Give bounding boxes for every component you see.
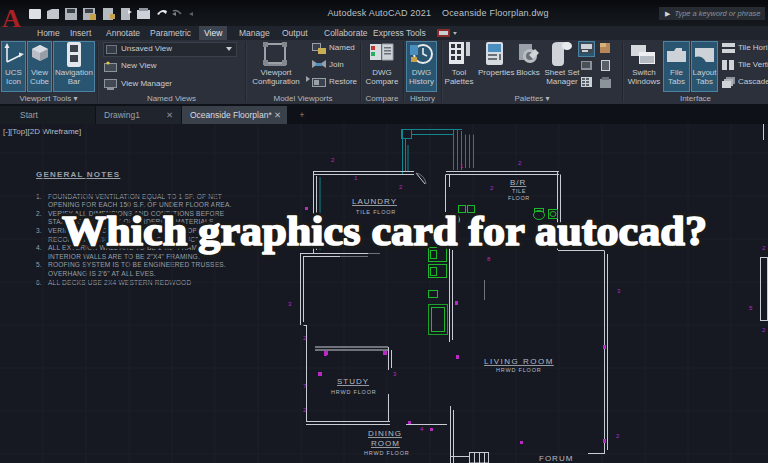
svg-text:2: 2 [518, 160, 522, 166]
svg-text:2: 2 [331, 157, 335, 163]
svg-text:DINING: DINING [368, 429, 402, 438]
svg-text:1: 1 [460, 163, 464, 169]
svg-text:HRWD FLOOR: HRWD FLOOR [364, 450, 409, 456]
svg-text:3: 3 [617, 288, 621, 294]
svg-text:2: 2 [490, 185, 494, 191]
svg-text:3: 3 [288, 301, 292, 307]
svg-text:HRWD FLOOR: HRWD FLOOR [331, 389, 376, 395]
svg-text:FORUM: FORUM [539, 454, 573, 463]
svg-text:Which graphics card for autoca: Which graphics card for autocad? [62, 208, 707, 254]
svg-text:LIVING ROOM: LIVING ROOM [484, 357, 554, 366]
svg-text:2: 2 [616, 433, 620, 439]
svg-text:2: 2 [399, 184, 403, 190]
svg-text:4: 4 [420, 426, 424, 432]
svg-text:2: 2 [762, 327, 766, 333]
svg-text:ROOM: ROOM [371, 439, 400, 448]
svg-text:HRWD FLOOR: HRWD FLOOR [496, 367, 541, 373]
svg-text:TILE: TILE [512, 188, 526, 194]
svg-text:3: 3 [393, 371, 397, 377]
svg-text:5: 5 [749, 305, 753, 311]
svg-text:STUDY: STUDY [337, 377, 369, 386]
svg-text:1: 1 [354, 175, 358, 181]
svg-text:B/R: B/R [510, 178, 526, 187]
